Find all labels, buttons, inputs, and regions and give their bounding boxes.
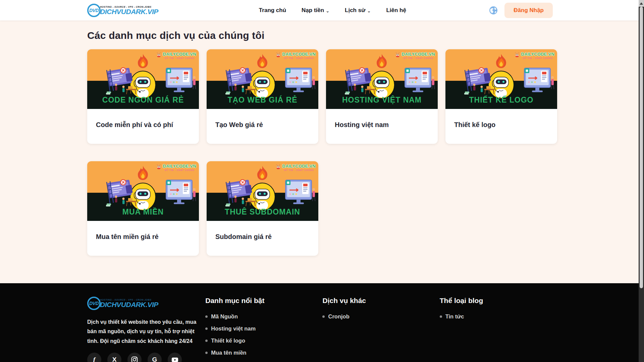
watermark: DAILYCODE.VN UY TIN - CHAT LUONG [275,52,316,59]
logo-badge: DVD [87,297,101,310]
footer-link-hosting[interactable]: Hosting việt nam [205,325,322,332]
banner-title: MUA MIỀN [87,207,199,217]
watermark-brand: DAILYCODE.VN [282,164,316,169]
card-banner-image: DAILYCODE.VN UY TIN - CHAT LUONG CODE NG… [87,49,199,109]
footer-logo[interactable]: DVD HOSTING - SOURCE - VPS - CRON-JOBS D… [87,297,205,310]
card-banner-image: DAILYCODE.VN UY TIN - CHAT LUONG THUÊ SU… [207,161,318,221]
chevron-down-icon: ⌄ [367,8,371,13]
footer-heading-other-services: Dịch vụ khác [322,297,439,305]
facebook-icon[interactable]: f [87,353,101,362]
card-label: Subdomain giá rẻ [207,221,318,256]
card-label: Code miễn phí và có phí [87,109,199,144]
social-links: f X G [87,353,205,362]
service-card-web[interactable]: DAILYCODE.VN UY TIN - CHAT LUONG TẠO WEB… [207,49,318,144]
footer-link-label: Mã Nguồn [211,313,238,320]
logo-badge: DVD [87,4,101,17]
bullet-icon [205,327,208,330]
watermark-tagline: UY TIN - CHAT LUONG [165,169,195,172]
service-card-grid: DAILYCODE.VN UY TIN - CHAT LUONG CODE NG… [87,49,557,256]
google-glyph: G [152,356,157,362]
footer-link-label: Tin tức [445,313,464,320]
watermark-brand: DAILYCODE.VN [163,164,196,169]
bullet-icon [440,315,442,318]
watermark: DAILYCODE.VN UY TIN - CHAT LUONG [275,164,316,171]
x-glyph: X [112,356,117,362]
banner-title: CODE NGON GIÁ RẺ [87,96,199,105]
service-card-hosting[interactable]: DAILYCODE.VN UY TIN - CHAT LUONG HOSTING… [326,49,438,144]
card-banner-image: DAILYCODE.VN UY TIN - CHAT LUONG HOSTING… [326,49,438,109]
dog-mascot-icon [275,164,281,170]
banner-title: TẠO WEB GIÁ RẺ [207,96,318,105]
watermark: DAILYCODE.VN UY TIN - CHAT LUONG [156,164,196,171]
instagram-icon[interactable] [127,353,142,362]
logo-name: DICHVUDARK.VIP [100,301,158,308]
nav-label: Nạp tiền [302,7,324,14]
card-banner-image: DAILYCODE.VN UY TIN - CHAT LUONG THIẾT K… [445,49,557,109]
scrollbar-thumb[interactable] [640,7,643,288]
facebook-glyph: f [93,356,95,362]
main-nav: Trang chủ Nạp tiền ⌄ Lịch sử ⌄ Liên hệ [259,7,406,14]
nav-label: Trang chủ [259,7,286,14]
footer-link-cronjob[interactable]: Cronjob [322,313,439,320]
site-logo[interactable]: DVD HOSTING - SOURCE - VPS - CRON-JOBS D… [87,4,158,17]
bullet-icon [322,315,325,318]
banner-title: HOSTING VIỆT NAM [326,96,438,105]
banner-title: THIẾT KẾ LOGO [445,96,557,105]
footer-link-label: Cronjob [328,313,349,320]
x-twitter-icon[interactable]: X [107,353,121,362]
service-card-logo[interactable]: DAILYCODE.VN UY TIN - CHAT LUONG THIẾT K… [445,49,557,144]
watermark-brand: DAILYCODE.VN [521,52,554,57]
card-label: Hosting việt nam [326,109,438,144]
card-label: Mua tên miền giá rẻ [87,221,199,256]
footer-link-label: Hosting việt nam [211,325,256,332]
watermark-brand: DAILYCODE.VN [282,52,316,57]
nav-label: Liên hệ [386,7,406,14]
footer-heading-blog: Thể loại blog [440,297,557,305]
language-globe-icon[interactable] [489,6,498,15]
watermark: DAILYCODE.VN UY TIN - CHAT LUONG [514,52,554,59]
nav-item-contact[interactable]: Liên hệ [386,7,406,14]
page: DVD HOSTING - SOURCE - VPS - CRON-JOBS D… [0,0,644,362]
nav-item-history[interactable]: Lịch sử ⌄ [345,7,371,14]
card-label: Tạo Web giá rẻ [207,109,318,144]
login-button[interactable]: Đăng Nhập [504,3,553,18]
footer-link-news[interactable]: Tin tức [440,313,557,320]
chevron-down-icon: ⌄ [326,8,329,13]
watermark-tagline: UY TIN - CHAT LUONG [165,57,195,60]
watermark-tagline: UY TIN - CHAT LUONG [404,57,433,60]
watermark-tagline: UY TIN - CHAT LUONG [284,57,314,60]
logo-name: DICHVUDARK.VIP [100,8,158,15]
service-card-code[interactable]: DAILYCODE.VN UY TIN - CHAT LUONG CODE NG… [87,49,199,144]
service-card-subdomain[interactable]: DAILYCODE.VN UY TIN - CHAT LUONG THUÊ SU… [207,161,318,256]
watermark: DAILYCODE.VN UY TIN - CHAT LUONG [394,52,435,59]
bullet-icon [205,315,208,318]
dog-mascot-icon [156,52,162,58]
card-banner-image: DAILYCODE.VN UY TIN - CHAT LUONG TẠO WEB… [207,49,318,109]
banner-title: THUÊ SUBDOMAIN [207,207,318,217]
dog-mascot-icon [275,52,281,58]
bullet-icon [205,340,208,342]
bullet-icon [205,352,208,354]
watermark-tagline: UY TIN - CHAT LUONG [284,169,314,172]
footer-link-domain[interactable]: Mua tên miền [205,350,322,356]
card-banner-image: DAILYCODE.VN UY TIN - CHAT LUONG MUA MIỀ… [87,161,199,221]
dog-mascot-icon [156,164,162,170]
footer-link-logo-design[interactable]: Thiết kế logo [205,338,322,344]
dog-mascot-icon [394,52,401,58]
page-title: Các danh mục dịch vụ của chúng tôi [87,30,557,41]
youtube-icon[interactable] [168,353,182,362]
footer-link-source-code[interactable]: Mã Nguồn [205,313,322,320]
scrollbar-up-arrow[interactable] [639,0,644,7]
nav-item-home[interactable]: Trang chủ [259,7,286,14]
main-content: Các danh mục dịch vụ của chúng tôi DAILY… [87,20,557,256]
nav-item-deposit[interactable]: Nạp tiền ⌄ [302,7,329,14]
google-icon[interactable]: G [148,353,162,362]
watermark-brand: DAILYCODE.VN [402,52,435,57]
watermark-brand: DAILYCODE.VN [163,52,196,57]
footer-link-label: Thiết kế logo [211,338,245,344]
scrollbar[interactable] [639,0,644,362]
watermark: DAILYCODE.VN UY TIN - CHAT LUONG [156,52,196,59]
dog-mascot-icon [514,52,520,58]
footer-link-label: Mua tên miền [211,350,246,356]
service-card-domain[interactable]: DAILYCODE.VN UY TIN - CHAT LUONG MUA MIỀ… [87,161,199,256]
